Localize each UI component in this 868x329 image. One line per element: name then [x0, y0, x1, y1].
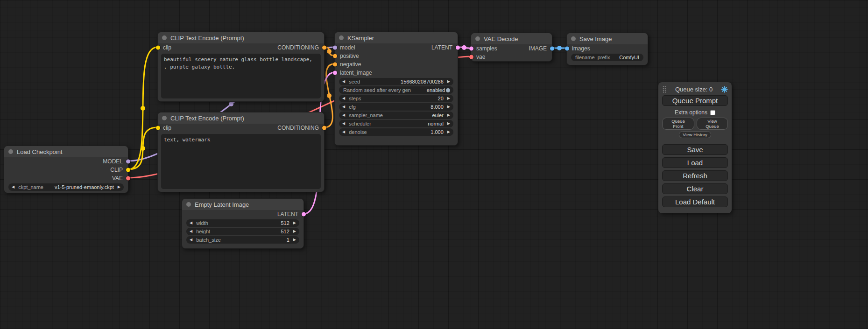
node-title: KSampler — [347, 35, 374, 42]
node-vae-decode-titlebar[interactable]: VAE Decode — [471, 33, 552, 44]
cfg-widget[interactable]: ◀ cfg 8.000 ▶ — [339, 103, 453, 111]
node-empty-latent-image[interactable]: Empty Latent Image LATENT ◀ width 512 ▶ … — [182, 198, 304, 249]
settings-gear-icon[interactable] — [721, 86, 728, 93]
input-label-clip: clip — [163, 125, 171, 131]
output-dot-conditioning[interactable] — [322, 126, 326, 130]
width-widget[interactable]: ◀ width 512 ▶ — [186, 219, 299, 227]
decrement-arrow-icon[interactable]: ◀ — [342, 80, 345, 84]
increment-arrow-icon[interactable]: ▶ — [293, 221, 296, 225]
batch-size-widget[interactable]: ◀ batch_size 1 ▶ — [186, 236, 299, 244]
toggle-knob-icon[interactable] — [446, 88, 450, 92]
input-label-positive: positive — [340, 53, 359, 59]
node-clip-text-encode-negative-titlebar[interactable]: CLIP Text Encode (Prompt) — [158, 112, 324, 124]
collapse-dot-icon[interactable] — [8, 149, 13, 154]
decrement-arrow-icon[interactable]: ◀ — [342, 130, 345, 134]
output-dot-vae[interactable] — [126, 176, 130, 181]
node-clip-text-encode-positive[interactable]: CLIP Text Encode (Prompt) clip CONDITION… — [157, 32, 325, 102]
input-dot-model[interactable] — [333, 46, 337, 50]
filename-prefix-widget[interactable]: filename_prefix ComfyUI — [571, 54, 643, 61]
load-default-button[interactable]: Load Default — [662, 196, 728, 207]
link-midpoint — [557, 46, 562, 50]
output-dot-latent[interactable] — [302, 212, 306, 217]
input-dot-samples[interactable] — [469, 47, 473, 51]
input-dot-clip[interactable] — [156, 46, 160, 50]
sampler-name-widget[interactable]: ◀ sampler_name euler ▶ — [339, 112, 453, 119]
decrement-arrow-icon[interactable]: ◀ — [342, 122, 345, 126]
widget-name: batch_size — [196, 237, 221, 243]
collapse-dot-icon[interactable] — [162, 35, 167, 40]
decrement-arrow-icon[interactable]: ◀ — [342, 105, 345, 109]
output-dot-latent[interactable] — [456, 46, 460, 50]
refresh-button[interactable]: Refresh — [662, 170, 728, 181]
node-vae-decode[interactable]: VAE Decode samples IMAGE vae — [471, 33, 552, 62]
queue-prompt-button[interactable]: Queue Prompt — [662, 95, 728, 106]
collapse-dot-icon[interactable] — [162, 116, 167, 120]
input-label-model: model — [340, 44, 355, 51]
collapse-dot-icon[interactable] — [339, 35, 344, 40]
decrement-arrow-icon[interactable]: ◀ — [190, 221, 192, 225]
denoise-widget[interactable]: ◀ denoise 1.000 ▶ — [339, 128, 453, 136]
load-button[interactable]: Load — [662, 157, 728, 168]
extra-options-checkbox[interactable] — [710, 110, 715, 115]
decrement-arrow-icon[interactable]: ◀ — [342, 97, 345, 100]
queue-front-button[interactable]: Queue Front — [662, 118, 694, 130]
positive-prompt-textarea[interactable]: beautiful scenery nature glass bottle la… — [161, 54, 321, 98]
node-graph-canvas[interactable]: Load Checkpoint MODEL CLIP VAE ◀ ckpt_na… — [0, 0, 868, 329]
ckpt-name-widget[interactable]: ◀ ckpt_name v1-5-pruned-emaonly.ckpt ▶ — [8, 183, 124, 191]
negative-prompt-textarea[interactable]: text, watermark — [161, 134, 321, 189]
node-clip-text-encode-negative[interactable]: CLIP Text Encode (Prompt) clip CONDITION… — [157, 112, 325, 192]
input-dot-vae[interactable] — [469, 55, 473, 59]
increment-arrow-icon[interactable]: ▶ — [447, 80, 450, 84]
seed-widget[interactable]: ◀ seed 156680208700286 ▶ — [339, 78, 453, 85]
input-dot-positive[interactable] — [333, 54, 337, 58]
height-widget[interactable]: ◀ height 512 ▶ — [186, 228, 299, 235]
input-label-vae: vae — [476, 54, 485, 60]
input-dot-negative[interactable] — [333, 63, 337, 67]
decrement-arrow-icon[interactable]: ◀ — [190, 238, 192, 242]
drag-handle-icon[interactable] — [662, 85, 667, 93]
input-dot-latent-image[interactable] — [333, 71, 337, 75]
clear-button[interactable]: Clear — [662, 183, 728, 194]
increment-arrow-icon[interactable]: ▶ — [118, 185, 120, 189]
increment-arrow-icon[interactable]: ▶ — [447, 130, 450, 134]
increment-arrow-icon[interactable]: ▶ — [293, 230, 296, 233]
decrement-arrow-icon[interactable]: ◀ — [190, 230, 192, 233]
increment-arrow-icon[interactable]: ▶ — [447, 105, 450, 109]
widget-name: ckpt_name — [18, 184, 43, 190]
increment-arrow-icon[interactable]: ▶ — [447, 122, 450, 126]
output-label-latent: LATENT — [431, 44, 452, 51]
increment-arrow-icon[interactable]: ▶ — [447, 97, 450, 100]
decrement-arrow-icon[interactable]: ◀ — [12, 185, 14, 189]
widget-value: ComfyUI — [619, 55, 639, 60]
steps-widget[interactable]: ◀ steps 20 ▶ — [339, 95, 453, 102]
node-ksampler[interactable]: KSampler model LATENT positive negative … — [334, 32, 458, 146]
output-dot-image[interactable] — [550, 47, 554, 51]
queue-panel: Queue size: 0 Queue Prompt Extra options — [658, 82, 732, 213]
node-save-image-titlebar[interactable]: Save Image — [567, 33, 648, 44]
input-dot-clip[interactable] — [156, 126, 160, 130]
increment-arrow-icon[interactable]: ▶ — [447, 113, 450, 117]
scheduler-widget[interactable]: ◀ scheduler normal ▶ — [339, 120, 453, 127]
queue-size-label: Queue size: 0 — [667, 86, 721, 93]
view-queue-button[interactable]: View Queue — [697, 118, 728, 130]
collapse-dot-icon[interactable] — [571, 36, 576, 41]
output-dot-conditioning[interactable] — [322, 46, 326, 50]
view-history-button[interactable]: View History — [679, 131, 711, 138]
decrement-arrow-icon[interactable]: ◀ — [342, 113, 345, 117]
collapse-dot-icon[interactable] — [475, 36, 480, 41]
input-dot-images[interactable] — [565, 47, 569, 51]
node-load-checkpoint[interactable]: Load Checkpoint MODEL CLIP VAE ◀ ckpt_na… — [4, 146, 128, 193]
output-dot-model[interactable] — [126, 160, 130, 164]
widget-name: cfg — [349, 104, 356, 110]
node-ksampler-titlebar[interactable]: KSampler — [335, 32, 458, 43]
output-label-conditioning: CONDITIONING — [277, 44, 319, 51]
output-dot-clip[interactable] — [126, 168, 130, 172]
node-save-image[interactable]: Save Image images filename_prefix ComfyU… — [566, 33, 648, 65]
save-button[interactable]: Save — [662, 144, 728, 155]
collapse-dot-icon[interactable] — [186, 202, 191, 207]
random-seed-toggle-widget[interactable]: Random seed after every gen enabled — [339, 86, 453, 94]
node-load-checkpoint-titlebar[interactable]: Load Checkpoint — [4, 146, 128, 157]
node-clip-text-encode-positive-titlebar[interactable]: CLIP Text Encode (Prompt) — [158, 32, 324, 43]
increment-arrow-icon[interactable]: ▶ — [293, 238, 296, 242]
node-empty-latent-image-titlebar[interactable]: Empty Latent Image — [182, 199, 303, 210]
